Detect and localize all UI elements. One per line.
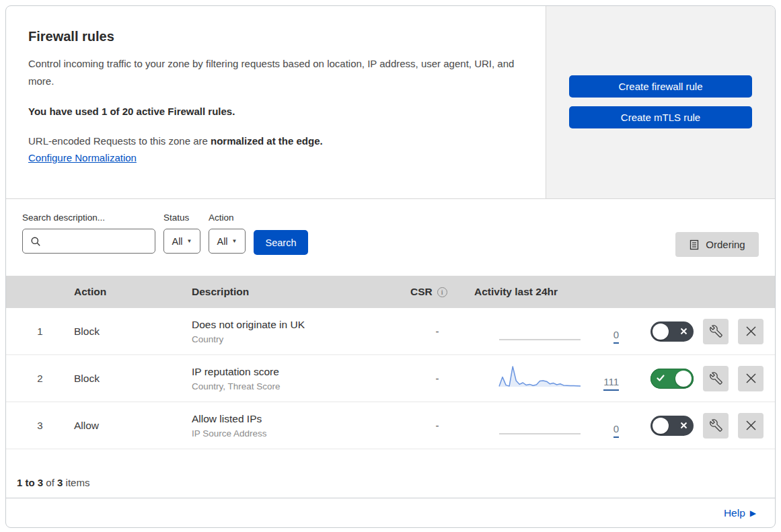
table-row: 3 Allow Allow listed IPs IP Source Addre…	[6, 402, 775, 449]
rule-action: Block	[74, 373, 192, 385]
search-input[interactable]	[46, 236, 155, 247]
filter-bar: Search description... Status All ▼ Actio…	[6, 199, 775, 276]
activity-count: 111	[582, 376, 619, 388]
search-icon	[30, 236, 41, 247]
table-footer: 1 to 3 of 3 items	[6, 449, 775, 498]
search-label: Search description...	[22, 213, 155, 223]
activity-sparkline	[498, 410, 582, 435]
activity-count: 0	[582, 329, 619, 341]
info-icon[interactable]: i	[437, 287, 447, 297]
normalization-note-text: URL-encoded Requests to this zone are	[28, 135, 211, 147]
rule-description-title: Does not originate in UK	[192, 319, 410, 331]
create-mtls-rule-button[interactable]: Create mTLS rule	[569, 106, 752, 128]
normalization-note-bold: normalized at the edge.	[211, 135, 323, 147]
rule-enable-toggle[interactable]	[650, 321, 694, 342]
configure-normalization-link[interactable]: Configure Normalization	[28, 152, 137, 163]
rule-csr-value: -	[410, 326, 464, 337]
status-select[interactable]: All ▼	[163, 229, 200, 254]
help-bar: Help ▶	[6, 498, 775, 528]
create-firewall-rule-button[interactable]: Create firewall rule	[569, 75, 752, 98]
rule-controls	[622, 319, 775, 344]
header-description: Description	[192, 286, 410, 298]
search-group: Search description...	[22, 213, 155, 254]
rule-description-cell: Does not originate in UK Country	[192, 319, 410, 344]
x-icon	[680, 422, 687, 429]
close-icon	[745, 420, 757, 431]
table-header: Action Description CSR i Activity last 2…	[6, 276, 775, 308]
rule-action: Block	[74, 326, 192, 338]
activity-sparkline	[498, 363, 582, 388]
ordering-list-icon	[689, 239, 700, 250]
activity-count-link[interactable]: 111	[603, 376, 619, 391]
header-activity: Activity last 24hr	[464, 286, 622, 298]
ordering-button-label: Ordering	[706, 239, 745, 250]
edit-rule-button[interactable]	[703, 413, 729, 439]
rule-enable-toggle[interactable]	[650, 369, 694, 389]
rule-description-title: Allow listed IPs	[192, 413, 410, 425]
rule-priority-number: 3	[6, 420, 74, 431]
activity-count-link[interactable]: 0	[613, 329, 619, 344]
rule-description-fields: Country, Threat Score	[192, 381, 410, 391]
close-icon	[745, 373, 757, 384]
rule-description-fields: Country	[192, 334, 410, 344]
action-filter-group: Action All ▼	[209, 213, 246, 254]
rule-enable-toggle[interactable]	[650, 416, 694, 436]
help-arrow-icon: ▶	[750, 509, 756, 517]
rule-activity-cell: 0	[464, 315, 622, 348]
delete-rule-button[interactable]	[738, 413, 764, 439]
header-action: Action	[74, 286, 192, 298]
header-csr: CSR i	[410, 286, 464, 298]
overview-text: Firewall rules Control incoming traffic …	[6, 6, 546, 198]
page-title: Firewall rules	[28, 29, 519, 44]
table-body: 1 Block Does not originate in UK Country…	[6, 308, 775, 449]
action-label: Action	[209, 213, 246, 223]
rule-description-cell: Allow listed IPs IP Source Address	[192, 413, 410, 439]
wrench-icon	[710, 419, 722, 432]
wrench-icon	[710, 325, 722, 338]
search-box[interactable]	[22, 229, 155, 254]
ordering-button[interactable]: Ordering	[675, 232, 759, 257]
status-label: Status	[163, 213, 200, 223]
footer-range: 1 to 3	[17, 477, 43, 488]
toggle-knob	[653, 324, 669, 340]
header-csr-label: CSR	[410, 286, 433, 298]
chevron-down-icon: ▼	[232, 238, 237, 244]
rule-controls	[622, 413, 775, 439]
rule-controls	[622, 366, 775, 391]
check-icon	[657, 375, 665, 382]
footer-of: of	[43, 477, 57, 488]
footer-items: items	[63, 477, 89, 488]
normalization-note: URL-encoded Requests to this zone are no…	[28, 135, 519, 147]
toggle-knob	[653, 418, 669, 434]
activity-count-link[interactable]: 0	[613, 423, 619, 438]
actions-panel: Create firewall rule Create mTLS rule	[546, 6, 775, 198]
rule-csr-value: -	[410, 373, 464, 384]
edit-rule-button[interactable]	[703, 366, 729, 391]
action-select[interactable]: All ▼	[209, 229, 246, 254]
rule-description-cell: IP reputation score Country, Threat Scor…	[192, 366, 410, 391]
overview-section: Firewall rules Control incoming traffic …	[6, 6, 775, 199]
rule-action: Allow	[74, 420, 192, 432]
help-link[interactable]: Help ▶	[724, 507, 756, 519]
rule-csr-value: -	[410, 420, 464, 431]
action-select-value: All	[217, 236, 227, 247]
x-icon	[680, 328, 687, 335]
rule-activity-cell: 111	[464, 363, 622, 395]
page-description: Control incoming traffic to your zone by…	[28, 55, 519, 89]
chevron-down-icon: ▼	[187, 238, 192, 244]
table-row: 1 Block Does not originate in UK Country…	[6, 308, 775, 355]
wrench-icon	[710, 372, 722, 385]
status-filter-group: Status All ▼	[163, 213, 200, 254]
delete-rule-button[interactable]	[738, 366, 764, 391]
toggle-knob	[675, 371, 692, 387]
close-icon	[745, 326, 757, 337]
rule-priority-number: 2	[6, 373, 74, 384]
rule-description-fields: IP Source Address	[192, 428, 410, 439]
search-button[interactable]: Search	[254, 230, 308, 255]
activity-count: 0	[582, 423, 619, 435]
edit-rule-button[interactable]	[703, 319, 729, 344]
table-row: 2 Block IP reputation score Country, Thr…	[6, 355, 775, 402]
firewall-rules-card: Firewall rules Control incoming traffic …	[5, 5, 776, 528]
status-select-value: All	[172, 236, 182, 247]
delete-rule-button[interactable]	[738, 319, 764, 344]
